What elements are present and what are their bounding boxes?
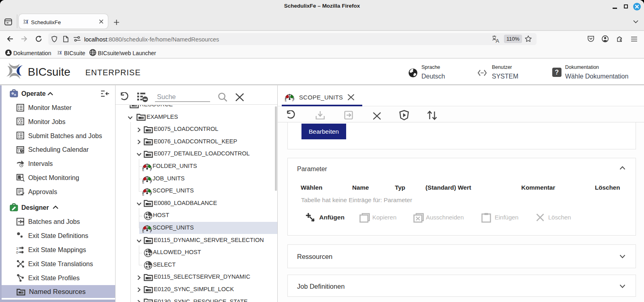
svg-text:E: E — [285, 99, 287, 101]
svg-text:E: E — [142, 181, 144, 184]
svg-text:F: F — [292, 99, 294, 101]
svg-text:0: 0 — [16, 250, 18, 254]
svg-text:1: 1 — [16, 246, 18, 250]
svg-text:F: F — [150, 230, 151, 233]
svg-text:E: E — [142, 193, 144, 196]
svg-text:A: A — [496, 38, 500, 43]
svg-text:F: F — [150, 193, 151, 196]
svg-text:F: F — [150, 169, 151, 171]
svg-text:E: E — [142, 169, 144, 171]
svg-text:E: E — [142, 230, 144, 233]
svg-text:F: F — [150, 181, 151, 184]
